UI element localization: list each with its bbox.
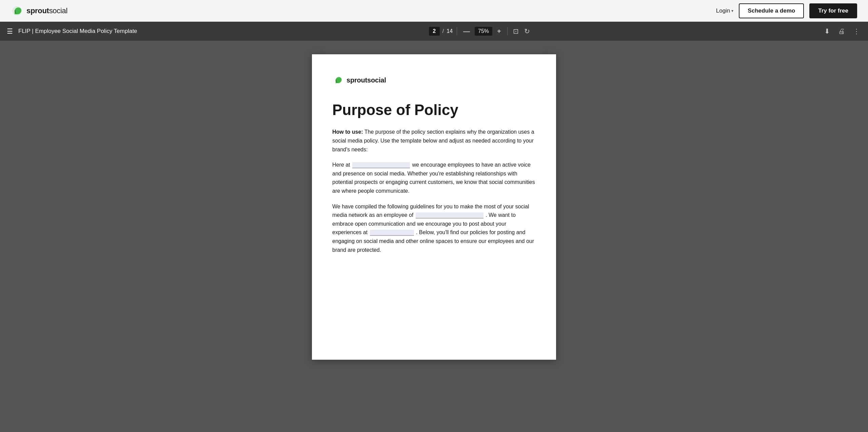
document-body: How to use: The purpose of the policy se… — [332, 128, 536, 254]
print-icon[interactable]: 🖨 — [837, 26, 846, 37]
more-options-icon[interactable]: ⋮ — [852, 26, 861, 37]
doc-sprout-logo-icon — [332, 75, 343, 86]
toolbar-center-section: 2 / 14 — 75% + ⊡ ↻ — [429, 26, 531, 37]
toolbar-right-section: ⬇ 🖨 ⋮ — [823, 26, 861, 37]
logo-area: sproutsocial — [11, 5, 67, 17]
how-to-paragraph: How to use: The purpose of the policy se… — [332, 128, 536, 154]
toolbar-divider-1 — [457, 27, 457, 35]
try-free-button[interactable]: Try for free — [809, 3, 857, 18]
zoom-out-button[interactable]: — — [461, 27, 472, 36]
document-title: FLIP | Employee Social Media Policy Temp… — [18, 28, 137, 35]
page-separator: / — [442, 28, 444, 34]
company-name-field-2[interactable] — [416, 212, 484, 219]
how-to-label: How to use: — [332, 129, 363, 135]
company-name-field-3[interactable] — [370, 230, 414, 236]
paragraph-1: Here at we encourage employees to have a… — [332, 161, 536, 195]
toolbar-divider-2 — [507, 27, 508, 35]
nav-actions: Login ▾ Schedule a demo Try for free — [716, 3, 857, 18]
para1-before: Here at — [332, 162, 350, 168]
document-page: sproutsocial Purpose of Policy How to us… — [312, 54, 556, 360]
toolbar-left-section: ☰ FLIP | Employee Social Media Policy Te… — [7, 27, 137, 35]
document-toolbar: ☰ FLIP | Employee Social Media Policy Te… — [0, 22, 868, 41]
document-logo: sproutsocial — [332, 75, 536, 86]
rotate-icon[interactable]: ↻ — [523, 26, 531, 37]
company-name-field-1[interactable] — [352, 162, 410, 168]
logo-text: sproutsocial — [26, 6, 67, 15]
login-button[interactable]: Login ▾ — [716, 7, 734, 14]
chevron-down-icon: ▾ — [731, 8, 733, 13]
schedule-demo-button[interactable]: Schedule a demo — [739, 3, 804, 18]
zoom-value[interactable]: 75% — [475, 27, 492, 36]
paragraph-2: We have compiled the following guideline… — [332, 202, 536, 255]
top-navigation: sproutsocial Login ▾ Schedule a demo Try… — [0, 0, 868, 22]
sprout-social-logo-icon — [11, 5, 23, 17]
current-page-number[interactable]: 2 — [429, 27, 440, 36]
document-heading: Purpose of Policy — [332, 102, 536, 118]
download-icon[interactable]: ⬇ — [823, 26, 831, 37]
doc-logo-text: sproutsocial — [347, 76, 386, 84]
hamburger-menu-icon[interactable]: ☰ — [7, 27, 13, 35]
total-pages: 14 — [447, 28, 453, 34]
zoom-in-button[interactable]: + — [495, 27, 503, 36]
fullscreen-icon[interactable]: ⊡ — [512, 26, 520, 37]
document-viewer: sproutsocial Purpose of Policy How to us… — [0, 41, 868, 432]
